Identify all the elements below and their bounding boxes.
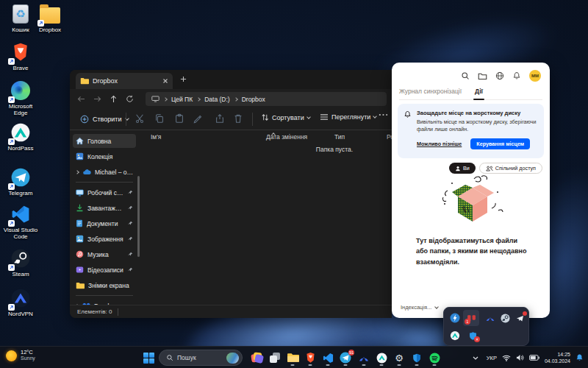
tray-clock[interactable]: 14:25 04.03.2024: [545, 351, 570, 364]
pin-icon: [128, 190, 133, 195]
colorful-squares-icon: [251, 352, 263, 364]
share-icon[interactable]: [215, 113, 226, 125]
expand-chevron-icon[interactable]: [75, 170, 79, 174]
cut-icon[interactable]: [135, 113, 146, 125]
address-bar[interactable]: Цей ПК Data (D:) Dropbox: [146, 92, 387, 106]
taskbar-windows-security[interactable]: [408, 349, 426, 367]
desktop-icon-nordpass[interactable]: NordPass: [1, 121, 40, 152]
desktop-icon-nordvpn[interactable]: NordVPN: [1, 287, 40, 317]
sidebar-item-music[interactable]: Музика: [73, 247, 136, 261]
red-app-tray-icon[interactable]: 1: [466, 313, 476, 323]
desktop-icon-edge[interactable]: Microsoft Edge: [1, 79, 40, 116]
language-indicator[interactable]: УКР: [487, 355, 497, 361]
sidebar-item-label: Зображення: [87, 236, 124, 243]
taskbar-nordpass[interactable]: [373, 349, 390, 367]
sidebar-scrollbar[interactable]: [137, 176, 140, 257]
taskbar-spotify[interactable]: [426, 349, 443, 367]
tray-chevron-icon[interactable]: [470, 352, 481, 364]
bell-icon: [404, 110, 412, 118]
refresh-icon[interactable]: [121, 92, 137, 105]
forward-icon[interactable]: [89, 92, 105, 105]
lightning-tray-icon[interactable]: [450, 313, 460, 323]
sidebar-item-home[interactable]: Головна: [73, 134, 136, 148]
sidebar-item-screenshots[interactable]: Знімки екрана: [73, 278, 136, 292]
folder-outline-icon[interactable]: [478, 72, 487, 80]
sidebar-item-onedrive[interactable]: Michael – особи: [73, 165, 136, 179]
up-icon[interactable]: [105, 92, 121, 105]
rename-icon[interactable]: [193, 113, 205, 125]
this-pc-icon: [151, 96, 159, 102]
close-tab-icon[interactable]: [162, 78, 168, 84]
weather-widget[interactable]: 12°C Sunny: [6, 349, 35, 362]
chevron-down-icon: [435, 305, 440, 309]
new-tab-icon[interactable]: [180, 76, 187, 82]
desktop-icon-label: Visual Studio Code: [1, 227, 40, 240]
delete-icon[interactable]: [233, 113, 245, 125]
desktop-icon-dropbox-folder[interactable]: Dropbox: [31, 3, 69, 33]
sidebar-item-videos[interactable]: Відеозаписи: [73, 263, 136, 277]
nordpass-icon: [376, 353, 387, 364]
pictures-icon: [76, 235, 84, 243]
breadcrumb-dropbox[interactable]: Dropbox: [242, 96, 265, 103]
view-button[interactable]: Переглянути: [320, 113, 376, 121]
tab-sync-journal[interactable]: Журнал синхронізації: [399, 88, 462, 95]
notification-bell-icon[interactable]: [576, 353, 584, 362]
column-date-modified[interactable]: Дата змінення: [266, 133, 307, 141]
bell-icon[interactable]: [512, 71, 521, 80]
taskbar-brave[interactable]: [301, 349, 319, 367]
pin-icon: [128, 236, 133, 241]
paste-icon[interactable]: [174, 113, 186, 125]
more-options-icon[interactable]: [379, 113, 388, 116]
desktop-icon-label: Steam: [1, 271, 40, 277]
battery-icon[interactable]: [529, 355, 539, 361]
desktop-icon-steam[interactable]: Steam: [1, 247, 40, 277]
task-view-button[interactable]: [266, 349, 284, 367]
telegram-tray-icon[interactable]: [514, 313, 525, 323]
new-button[interactable]: Створити: [80, 115, 129, 124]
indexing-status[interactable]: Індексація...: [401, 304, 438, 311]
taskbar-search[interactable]: Пошук: [159, 350, 243, 366]
filter-you-pill[interactable]: Ви: [449, 163, 476, 174]
nordpass-tray-icon[interactable]: [450, 330, 460, 341]
steam-tray-icon[interactable]: [500, 313, 510, 323]
volume-icon[interactable]: [516, 354, 524, 361]
manage-space-button[interactable]: Керування місцем: [470, 138, 530, 149]
alert-x-badge: ✕: [474, 336, 480, 342]
filter-shared-pill[interactable]: Спільний доступ: [479, 163, 542, 174]
desktop-icon-label: Telegram: [1, 190, 40, 197]
sort-button[interactable]: Сортувати: [261, 113, 310, 121]
globe-icon[interactable]: [495, 71, 504, 80]
running-indicator: [326, 364, 330, 366]
search-icon[interactable]: [461, 71, 470, 80]
taskbar-photos-app[interactable]: [248, 349, 266, 367]
wifi-icon[interactable]: [502, 355, 511, 361]
search-icon: [166, 354, 173, 361]
tab-actions[interactable]: Дії: [475, 88, 483, 95]
desktop-icon-brave[interactable]: Brave: [1, 41, 40, 71]
taskbar-settings[interactable]: ⚙: [390, 349, 408, 367]
taskbar-nordvpn[interactable]: [355, 349, 373, 367]
maybe-later-link[interactable]: Можливо пізніше: [417, 141, 462, 147]
taskbar-file-explorer[interactable]: [284, 349, 301, 367]
taskbar-telegram[interactable]: 91: [337, 349, 354, 367]
sidebar-item-documents[interactable]: Документи: [73, 216, 136, 230]
desktop-icon-vscode[interactable]: Visual Studio Code: [1, 203, 40, 240]
back-icon[interactable]: [73, 92, 89, 105]
security-alert-tray-icon[interactable]: ✕: [467, 330, 478, 341]
desktop-icon-telegram[interactable]: Telegram: [1, 166, 40, 197]
taskbar-vscode[interactable]: [319, 349, 337, 367]
sidebar-item-gallery[interactable]: Колекція: [73, 149, 136, 163]
nordvpn-tray-icon[interactable]: [485, 313, 495, 323]
explorer-tab-dropbox[interactable]: Dropbox: [76, 73, 173, 89]
sidebar-item-downloads[interactable]: Завантаження: [73, 201, 136, 215]
sidebar-item-pictures[interactable]: Зображення: [73, 232, 136, 246]
start-button[interactable]: [140, 349, 157, 367]
notification-dot: [523, 311, 527, 316]
sidebar-item-desktop[interactable]: Робочий стіл: [73, 185, 136, 199]
copy-icon[interactable]: [154, 113, 166, 125]
column-name[interactable]: Ім'я: [151, 133, 161, 141]
avatar[interactable]: MM: [529, 70, 541, 82]
column-type[interactable]: Тип: [334, 133, 345, 141]
breadcrumb-data-d[interactable]: Data (D:): [204, 96, 229, 103]
breadcrumb-this-pc[interactable]: Цей ПК: [171, 96, 193, 103]
